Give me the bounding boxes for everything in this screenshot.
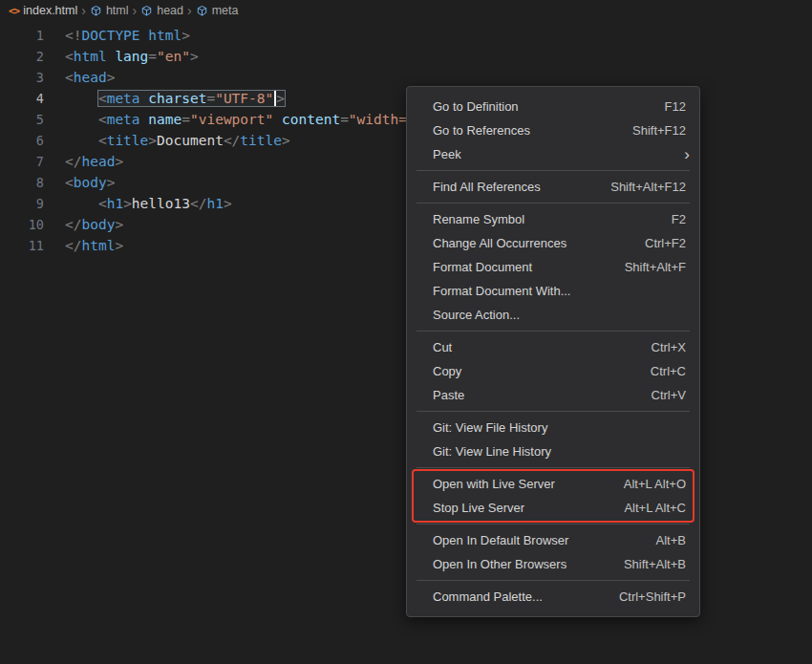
code-text: <meta name="viewport" content="width= [65,109,407,130]
line-number: 5 [0,109,44,130]
code-token: "viewport" [190,112,273,127]
code-token: < [98,91,107,106]
menu-item-stop-live-server[interactable]: Stop Live ServerAlt+L Alt+C [407,496,699,520]
menu-item-change-all-occurrences[interactable]: Change All OccurrencesCtrl+F2 [407,231,699,255]
code-text: <title>Document</title> [65,130,290,151]
menu-item-go-to-definition[interactable]: Go to DefinitionF12 [407,95,699,118]
chevron-right-icon: › [133,4,138,17]
line-number: 3 [0,67,44,88]
code-token: < [98,112,107,127]
menu-item-label: Open with Live Server [433,477,601,491]
menu-item-label: Source Action... [433,308,686,322]
vscode-editor-window: { "colors": { "editor_bg": "#1f1f1f", "m… [0,0,812,664]
menu-item-label: Command Palette... [433,589,596,604]
menu-group: Go to DefinitionF12Go to ReferencesShift… [407,95,699,166]
menu-item-label: Peek [433,147,684,161]
menu-item-open-in-default-browser[interactable]: Open In Default BrowserAlt+B [407,528,699,552]
breadcrumb-item-index-html[interactable]: <>index.html [9,4,77,17]
menu-item-label: Format Document [433,260,602,274]
menu-item-open-in-other-browsers[interactable]: Open In Other BrowsersShift+Alt+B [407,552,699,576]
code-token: "en" [157,49,190,64]
code-text: <body> [65,172,115,193]
code-token: lang [115,49,148,64]
breadcrumb-item-html[interactable]: html [90,4,129,17]
menu-item-format-document[interactable]: Format DocumentShift+Alt+F [407,255,699,279]
menu-item-peek[interactable]: Peek› [407,142,699,166]
code-token: > [115,238,123,253]
code-token: html [74,49,107,64]
code-token: > [115,217,123,232]
menu-item-rename-symbol[interactable]: Rename SymbolF2 [407,207,699,231]
context-menu: Go to DefinitionF12Go to ReferencesShift… [406,86,700,617]
code-token: = [340,112,349,127]
menu-item-git-view-file-history[interactable]: Git: View File History [407,416,699,439]
menu-item-label: Cut [433,340,629,354]
menu-item-shortcut: Shift+F12 [632,123,686,138]
menu-item-find-all-references[interactable]: Find All ReferencesShift+Alt+F12 [407,175,699,199]
code-token: > [115,154,123,169]
breadcrumb-label: meta [212,4,239,17]
code-token: meta [107,112,140,127]
code-token: </ [224,133,240,148]
breadcrumb-label: html [106,4,129,17]
menu-item-copy[interactable]: CopyCtrl+C [407,359,699,383]
code-token: head [74,70,107,85]
submenu-arrow-icon: › [684,146,690,162]
code-token [140,112,149,127]
menu-item-format-document-with[interactable]: Format Document With... [407,279,699,303]
code-text: <html lang="en"> [65,46,199,67]
code-token: h1 [206,196,223,211]
code-token: html [81,238,115,253]
code-token: </ [65,238,81,253]
line-number: 7 [0,151,44,172]
code-token [65,112,98,127]
menu-item-shortcut: Alt+L Alt+O [624,477,686,491]
menu-item-source-action[interactable]: Source Action... [407,303,699,327]
menu-separator [417,580,690,581]
menu-item-shortcut: Alt+L Alt+C [624,501,686,515]
breadcrumb-item-head[interactable]: head [140,4,183,17]
code-token: > [107,70,116,85]
code-token: Document [157,133,224,148]
code-token: < [65,70,74,85]
code-token: < [65,49,74,64]
breadcrumb-item-meta[interactable]: meta [196,4,239,17]
menu-item-shortcut: Alt+B [656,533,686,547]
breadcrumb: <>index.html›html›head›meta [0,0,812,21]
menu-group: Open In Default BrowserAlt+BOpen In Othe… [407,528,699,576]
code-token: "width= [349,112,407,127]
menu-item-label: Copy [433,364,628,378]
code-line: 1<!DOCTYPE html> [0,25,812,46]
code-text: </head> [65,151,123,172]
code-token: title [240,133,282,148]
code-token: > [182,28,190,43]
code-token [65,196,98,211]
menu-item-label: Paste [433,388,629,402]
selection-highlight: <meta charset="UTF-8"> [98,91,285,106]
code-token: > [148,133,157,148]
line-number: 2 [0,46,44,67]
menu-item-label: Open In Default Browser [433,533,633,547]
menu-item-go-to-references[interactable]: Go to ReferencesShift+F12 [407,118,699,142]
menu-item-shortcut: Shift+Alt+F12 [610,180,686,194]
menu-item-paste[interactable]: PasteCtrl+V [407,383,699,407]
menu-separator [417,524,690,525]
code-token: body [81,217,115,232]
menu-item-git-view-line-history[interactable]: Git: View Line History [407,439,699,463]
code-token: < [65,175,74,190]
symbol-cube-icon [140,5,153,17]
code-token: > [276,91,285,106]
menu-item-command-palette[interactable]: Command Palette...Ctrl+Shift+P [407,585,699,609]
line-number: 9 [0,193,44,214]
menu-item-open-with-live-server[interactable]: Open with Live ServerAlt+L Alt+O [407,472,699,496]
menu-item-label: Git: View File History [433,420,686,435]
menu-item-shortcut: Ctrl+F2 [645,236,686,250]
menu-item-label: Change All Occurrences [433,236,622,250]
menu-item-label: Go to References [433,123,609,138]
menu-item-shortcut: Ctrl+V [652,388,686,402]
code-token: DOCTYPE html [81,28,182,43]
menu-item-label: Stop Live Server [433,501,601,515]
code-token [140,91,149,106]
menu-separator [417,467,690,468]
menu-item-cut[interactable]: CutCtrl+X [407,335,699,359]
